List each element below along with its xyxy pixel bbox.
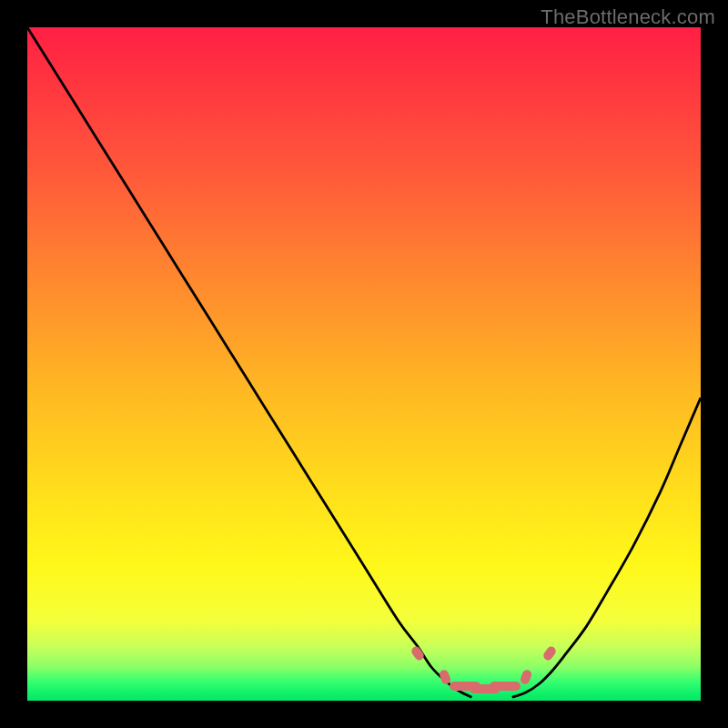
curve-left [27, 27, 471, 697]
bottleneck-curves [27, 27, 701, 701]
watermark-text: TheBottleneck.com [541, 5, 715, 29]
curve-right [512, 398, 701, 697]
plot-area [27, 27, 701, 701]
chart-frame: TheBottleneck.com [0, 0, 728, 728]
